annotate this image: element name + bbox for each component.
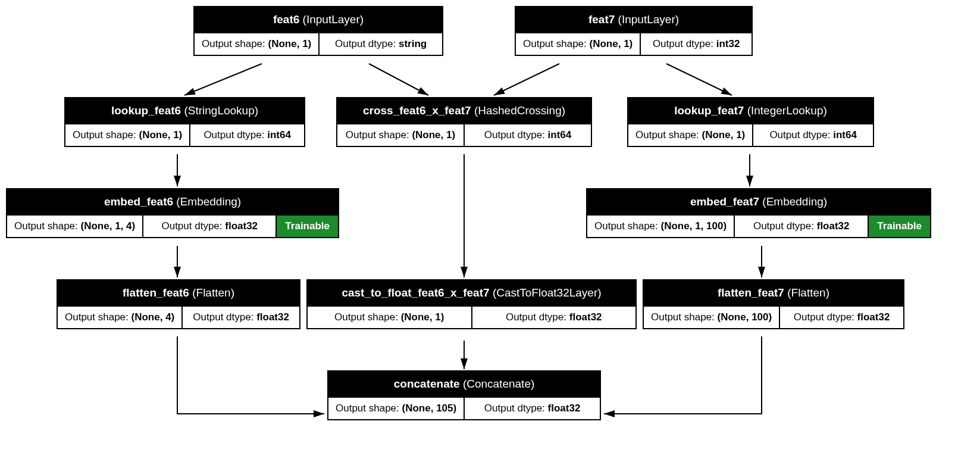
output-shape-cell: Output shape: (None, 4) <box>58 305 181 328</box>
node-cast: cast_to_float_feat6_x_feat7 (CastToFloat… <box>306 279 637 329</box>
node-header: cast_to_float_feat6_x_feat7 (CastToFloat… <box>308 280 635 305</box>
output-dtype-cell: Output dtype: float32 <box>181 305 299 328</box>
output-shape-cell: Output shape: (None, 1) <box>65 123 189 146</box>
node-embed-feat7: embed_feat7 (Embedding) Output shape: (N… <box>586 188 931 238</box>
output-dtype-cell: Output dtype: float32 <box>779 305 903 328</box>
output-shape-cell: Output shape: (None, 1) <box>516 32 640 55</box>
node-lookup-feat6: lookup_feat6 (StringLookup) Output shape… <box>64 97 305 147</box>
output-shape-cell: Output shape: (None, 1, 4) <box>7 214 142 237</box>
output-shape-cell: Output shape: (None, 100) <box>644 305 779 328</box>
output-shape-cell: Output shape: (None, 1) <box>195 32 318 55</box>
node-flatten-feat7: flatten_feat7 (Flatten) Output shape: (N… <box>643 279 904 329</box>
output-dtype-cell: Output dtype: int64 <box>464 123 591 146</box>
output-shape-cell: Output shape: (None, 1, 100) <box>587 214 734 237</box>
node-concatenate: concatenate (Concatenate) Output shape: … <box>327 370 601 420</box>
svg-line-3 <box>666 64 732 95</box>
node-flatten-feat6: flatten_feat6 (Flatten) Output shape: (N… <box>57 279 300 329</box>
output-shape-cell: Output shape: (None, 1) <box>308 305 471 328</box>
svg-line-2 <box>494 64 559 95</box>
node-header: flatten_feat7 (Flatten) <box>644 280 903 305</box>
node-header: lookup_feat7 (IntegerLookup) <box>628 98 873 123</box>
output-shape-cell: Output shape: (None, 1) <box>628 123 752 146</box>
trainable-badge: Trainable <box>275 214 338 237</box>
node-header: embed_feat6 (Embedding) <box>7 189 338 214</box>
node-feat6: feat6 (InputLayer) Output shape: (None, … <box>193 6 443 56</box>
node-header: feat6 (InputLayer) <box>195 7 442 32</box>
node-header: lookup_feat6 (StringLookup) <box>65 98 304 123</box>
node-header: embed_feat7 (Embedding) <box>587 189 930 214</box>
output-dtype-cell: Output dtype: float32 <box>142 214 275 237</box>
output-dtype-cell: Output dtype: int32 <box>640 32 752 55</box>
node-cross: cross_feat6_x_feat7 (HashedCrossing) Out… <box>336 97 592 147</box>
output-dtype-cell: Output dtype: int64 <box>189 123 304 146</box>
output-dtype-cell: Output dtype: float32 <box>464 397 600 419</box>
node-embed-feat6: embed_feat6 (Embedding) Output shape: (N… <box>6 188 339 238</box>
node-header: cross_feat6_x_feat7 (HashedCrossing) <box>337 98 591 123</box>
node-feat7: feat7 (InputLayer) Output shape: (None, … <box>515 6 753 56</box>
output-dtype-cell: Output dtype: float32 <box>471 305 636 328</box>
node-header: flatten_feat6 (Flatten) <box>58 280 299 305</box>
output-shape-cell: Output shape: (None, 105) <box>328 397 464 419</box>
svg-line-0 <box>184 64 262 95</box>
node-header: feat7 (InputLayer) <box>516 7 752 32</box>
output-dtype-cell: Output dtype: string <box>318 32 442 55</box>
trainable-badge: Trainable <box>868 214 930 237</box>
output-dtype-cell: Output dtype: float32 <box>734 214 868 237</box>
node-header: concatenate (Concatenate) <box>328 372 600 397</box>
output-dtype-cell: Output dtype: int64 <box>752 123 873 146</box>
output-shape-cell: Output shape: (None, 1) <box>337 123 464 146</box>
svg-line-1 <box>369 64 428 95</box>
node-lookup-feat7: lookup_feat7 (IntegerLookup) Output shap… <box>627 97 874 147</box>
